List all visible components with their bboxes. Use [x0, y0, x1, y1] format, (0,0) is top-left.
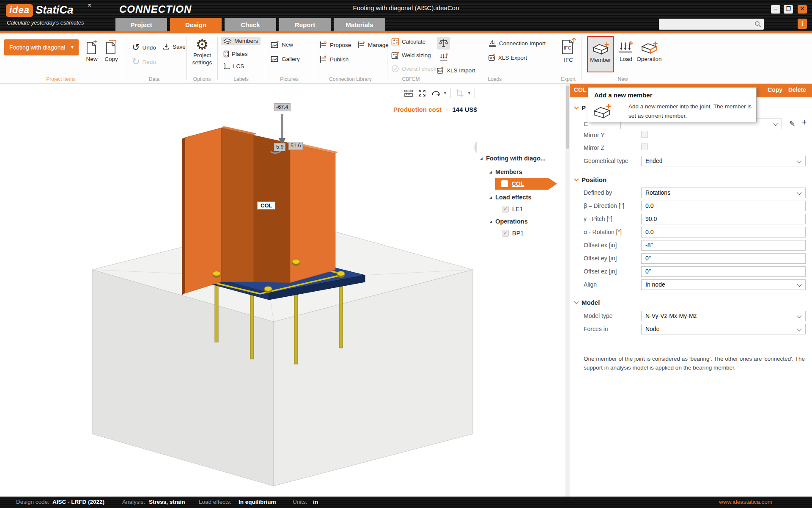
tab-report[interactable]: Report — [279, 18, 331, 32]
mirror-z-checkbox[interactable] — [641, 144, 648, 150]
tab-materials[interactable]: Materials — [334, 18, 385, 32]
checkbox-checked-icon[interactable]: ✓ — [501, 180, 508, 187]
publish-button[interactable]: Publish — [319, 55, 348, 63]
section-header-partial[interactable]: P — [575, 104, 586, 111]
offset-ey-input[interactable]: 0" — [641, 253, 806, 264]
checkbox-checked-icon[interactable]: ✓ — [502, 230, 509, 237]
save-button[interactable]: Save — [162, 43, 186, 50]
ifc-export-button[interactable]: IFC IFC — [558, 37, 579, 63]
picture-gallery-button[interactable]: Gallery — [271, 55, 300, 63]
section-header-model[interactable]: Model — [575, 299, 600, 306]
copy-project-button[interactable]: Copy — [102, 39, 120, 62]
xls-export-button[interactable]: XLS XLS Export — [488, 54, 527, 61]
registered-mark: ® — [88, 3, 91, 8]
new-member-button[interactable]: Member — [587, 36, 614, 72]
measure-tool-button[interactable] — [403, 87, 414, 99]
overall-check-button[interactable]: Overall check — [391, 65, 436, 73]
tree-item-member-col-selected[interactable]: ✓ COL — [495, 178, 557, 190]
project-settings-button[interactable]: ⚙ Projectsettings — [189, 37, 215, 66]
scene-canvas[interactable]: +Y Y — [0, 84, 478, 497]
load-effects-label: Load effects: — [199, 499, 231, 505]
tree-item-le1[interactable]: ✓ LE1 — [502, 206, 523, 213]
close-button[interactable]: ✕ — [798, 5, 807, 14]
crop-options-chevron[interactable]: ▼ — [467, 91, 472, 95]
picture-new-button[interactable]: New — [271, 41, 293, 48]
copy-member-button[interactable]: Copy — [768, 86, 782, 93]
status-bar: Design code: AISC - LRFD (2022) Analysis… — [0, 497, 812, 508]
new-load-button[interactable]: Load — [616, 36, 636, 72]
weld-sizing-button[interactable]: Weld sizing — [391, 51, 431, 59]
tab-project[interactable]: Project — [115, 18, 167, 32]
section-crop-button[interactable] — [454, 87, 466, 99]
edit-pencil-icon[interactable]: ✎ — [789, 119, 795, 128]
offset-ez-input[interactable]: 0" — [641, 266, 806, 277]
alpha-rotation-input[interactable]: 0.0 — [641, 227, 806, 237]
mirror-z-label: Mirror Z — [584, 144, 604, 151]
add-cross-section-icon[interactable]: + — [802, 118, 807, 127]
calculate-button[interactable]: Calculate — [391, 38, 425, 46]
xls-import-button[interactable]: XLS XLS Import — [436, 66, 475, 74]
expand-triangle-icon[interactable]: ◢ — [489, 220, 492, 224]
ribbon-group-project-items: Footing with diagonal▼ New Copy Project … — [0, 33, 122, 83]
align-select[interactable]: In node — [641, 279, 806, 290]
tab-check[interactable]: Check — [225, 18, 276, 32]
tree-item-members-group[interactable]: ◢ Members — [489, 168, 522, 175]
member-label-col: COL — [257, 202, 275, 210]
load-effects-value: In equilibrium — [239, 499, 276, 505]
labels-plates-toggle[interactable]: Plates — [221, 50, 250, 58]
dim-label-right: 51.6 — [288, 142, 303, 150]
gamma-pitch-input[interactable]: 90.0 — [641, 214, 806, 224]
weld-sizing-icon — [391, 51, 399, 59]
loads-equilibrium-toggle[interactable] — [437, 37, 450, 50]
search-input[interactable] — [659, 19, 764, 30]
website-link[interactable]: www.ideastatica.com — [719, 499, 772, 505]
info-button[interactable]: i — [798, 19, 807, 29]
minimize-button[interactable]: – — [771, 5, 780, 14]
tree-item-bp1[interactable]: ✓ BP1 — [502, 230, 524, 237]
tree-item-project-root[interactable]: ◢ Footing with diago... — [480, 155, 546, 162]
undo-button[interactable]: ↺ Undo — [132, 43, 156, 52]
gamma-pitch-label: γ - Pitch [°] — [584, 215, 612, 222]
tree-scrollbar[interactable] — [565, 84, 570, 497]
document-title: Footing with diagonal (AISC).ideaCon — [237, 4, 575, 11]
expand-triangle-icon[interactable]: ◢ — [489, 196, 492, 199]
labels-members-toggle[interactable]: Members — [221, 37, 261, 45]
propose-button[interactable]: Propose — [319, 41, 351, 49]
defined-by-select[interactable]: Rotations — [641, 188, 806, 198]
new-project-button[interactable]: New — [83, 39, 101, 62]
loads-percent-button[interactable]: % — [437, 51, 450, 64]
rotate-options-chevron[interactable]: ▼ — [443, 91, 447, 95]
beta-direction-label: β – Direction [°] — [584, 202, 624, 209]
geometrical-type-select[interactable]: Ended — [641, 156, 806, 166]
manage-icon — [357, 41, 365, 49]
manage-button[interactable]: Manage — [357, 41, 389, 49]
maximize-button[interactable]: ❐ — [784, 5, 793, 14]
tree-item-operations-group[interactable]: ◢ Operations — [489, 218, 528, 225]
project-selector-dropdown[interactable]: Footing with diagonal▼ — [4, 39, 79, 55]
labels-lcs-toggle[interactable]: LCS — [221, 62, 247, 71]
offset-ex-input[interactable]: -8" — [641, 240, 806, 251]
load-value-label: -67.4 — [274, 103, 291, 111]
forces-in-select[interactable]: Node — [641, 324, 806, 334]
section-header-position[interactable]: Position — [575, 176, 606, 183]
tab-design[interactable]: Design — [170, 18, 222, 32]
tree-item-load-effects-group[interactable]: ◢ Load effects — [489, 194, 532, 201]
expand-triangle-icon[interactable]: ◢ — [480, 157, 483, 160]
delete-member-button[interactable]: Delete — [788, 86, 806, 93]
checkbox-checked-icon[interactable]: ✓ — [502, 206, 509, 213]
svg-text:IFC: IFC — [564, 45, 571, 50]
connection-import-icon — [488, 39, 497, 47]
mirror-y-checkbox[interactable] — [641, 131, 648, 138]
zoom-fit-button[interactable] — [416, 87, 428, 99]
expand-triangle-icon[interactable]: ◢ — [489, 170, 492, 174]
model-type-select[interactable]: N-Vy-Vz-Mx-My-Mz — [641, 311, 806, 321]
new-operation-button[interactable]: Operation — [636, 36, 663, 72]
rotate-view-button[interactable] — [430, 87, 442, 99]
beta-direction-input[interactable]: 0.0 — [641, 201, 806, 211]
redo-button[interactable]: ↻ Redo — [132, 57, 156, 66]
selected-member-tag: COL — [574, 86, 587, 93]
units-label: Units: — [293, 499, 307, 505]
overall-check-icon — [391, 65, 399, 73]
connection-import-button[interactable]: Connection Import — [488, 39, 546, 47]
mirror-y-label: Mirror Y — [584, 132, 605, 138]
